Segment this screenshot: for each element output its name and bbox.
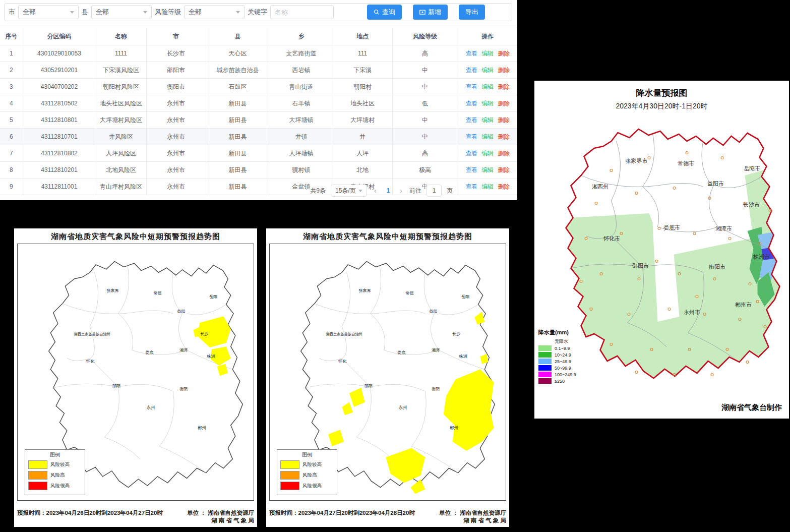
table-row: 443112810502地头社区风险区永州市新田县石羊镇地头社区低 查看编辑删除: [0, 95, 517, 112]
delete-link[interactable]: 删除: [498, 166, 510, 173]
edit-link[interactable]: 编辑: [481, 133, 494, 140]
view-link[interactable]: 查看: [465, 116, 477, 124]
view-link[interactable]: 查看: [465, 133, 477, 140]
search-icon: [374, 9, 380, 15]
col-risk: 风险等级: [392, 28, 458, 45]
table-row: 743112810802人坪风险区永州市新田县人坪塘镇人坪高 查看编辑删除: [0, 145, 517, 162]
edit-link[interactable]: 编辑: [481, 183, 494, 190]
risk-level-filter-label: 风险等级: [155, 8, 181, 17]
page-size-select[interactable]: 15条/页: [331, 185, 367, 197]
legend-swatch-lightblue: [538, 359, 552, 364]
svg-text:永州: 永州: [147, 405, 155, 410]
add-button[interactable]: 新增: [413, 5, 448, 20]
rain-map-subtitle: 2023年4月30日20时-1日20时: [534, 99, 789, 111]
chevron-down-icon: [358, 190, 362, 192]
delete-link[interactable]: 删除: [498, 100, 510, 107]
svg-text:郴州市: 郴州市: [735, 302, 752, 308]
edit-link[interactable]: 编辑: [481, 116, 494, 124]
legend-swatch-red: [28, 482, 47, 490]
add-button-label: 新增: [428, 8, 441, 17]
svg-text:邵阳: 邵阳: [364, 384, 373, 388]
view-link[interactable]: 查看: [465, 50, 477, 57]
city-select[interactable]: 全部: [18, 5, 79, 19]
pagination-total: 共9条: [310, 187, 326, 195]
view-link[interactable]: 查看: [465, 183, 477, 190]
delete-link[interactable]: 删除: [498, 116, 510, 124]
legend-swatch-orange: [280, 471, 299, 480]
svg-text:怀化市: 怀化市: [603, 235, 620, 242]
export-button-label: 导出: [465, 8, 478, 17]
rain-map-title: 降水量预报图: [534, 81, 789, 99]
svg-text:怀化: 怀化: [86, 359, 95, 364]
legend-swatch-none: [538, 339, 552, 344]
view-link[interactable]: 查看: [465, 100, 477, 107]
goto-label: 前往: [409, 187, 421, 195]
legend-swatch-blue: [538, 365, 552, 371]
svg-text:岳阳: 岳阳: [461, 294, 469, 299]
trend-map-frame: 张家界 常德 岳阳 湘西土家族苗族自治州 益阳 长沙 怀化 娄底 湘潭 株洲 邵…: [269, 244, 506, 501]
delete-link[interactable]: 删除: [498, 83, 510, 90]
svg-text:湘西土家族苗族自治州: 湘西土家族苗族自治州: [326, 332, 363, 336]
risk-area-table-panel: 市 全部 县 全部 风险等级 全部 关键字 查询 新增 导出: [0, 0, 517, 200]
trend-map-title: 湖南省地质灾害气象风险中短期预警预报趋势图: [14, 228, 257, 242]
svg-text:益阳: 益阳: [177, 309, 186, 314]
svg-text:郴州: 郴州: [450, 426, 458, 430]
col-no: 序号: [0, 28, 23, 45]
edit-link[interactable]: 编辑: [481, 150, 494, 157]
legend-swatch-orange: [28, 471, 47, 480]
svg-text:张家界: 张家界: [106, 288, 118, 293]
delete-link[interactable]: 删除: [498, 67, 510, 74]
trend-map-title: 湖南省地质灾害气象风险中短期预警预报趋势图: [266, 228, 509, 242]
svg-text:郴州: 郴州: [198, 426, 206, 430]
view-link[interactable]: 查看: [465, 67, 477, 74]
risk-level-select-value: 全部: [189, 8, 202, 17]
unit-block: 单位 ： 湖南省自然资源厅 湖 南 省 气 象 局: [439, 509, 506, 524]
edit-link[interactable]: 编辑: [481, 100, 494, 107]
view-link[interactable]: 查看: [465, 150, 477, 157]
svg-text:张家界市: 张家界市: [626, 158, 648, 164]
county-select[interactable]: 全部: [91, 5, 152, 19]
edit-link[interactable]: 编辑: [481, 83, 494, 90]
page-unit-label: 页: [447, 187, 453, 195]
delete-link[interactable]: 删除: [498, 50, 510, 57]
delete-link[interactable]: 删除: [498, 183, 510, 190]
svg-text:株洲市: 株洲市: [753, 254, 770, 260]
edit-link[interactable]: 编辑: [481, 50, 494, 57]
svg-text:衡阳: 衡阳: [432, 387, 440, 391]
unit-block: 单位 ： 湖南省自然资源厅 湖 南 省 气 象 局: [187, 509, 254, 524]
view-link[interactable]: 查看: [465, 166, 477, 173]
county-filter-label: 县: [82, 8, 88, 17]
city-filter-label: 市: [9, 8, 15, 17]
forecast-time: 预报时间：2023年04月27日20时到2023年04月28日20时: [269, 509, 415, 524]
risk-level-select[interactable]: 全部: [184, 5, 245, 19]
legend-swatch-magenta: [538, 372, 552, 377]
trend-map-footer: 预报时间：2023年04月27日20时到2023年04月28日20时 单位 ： …: [269, 509, 506, 524]
delete-link[interactable]: 删除: [498, 150, 510, 157]
current-page[interactable]: 1: [384, 187, 393, 194]
svg-text:娄底: 娄底: [145, 350, 154, 355]
keyword-input[interactable]: [270, 5, 334, 19]
prev-page-button[interactable]: ‹: [372, 187, 379, 195]
col-city: 市: [146, 28, 206, 45]
svg-text:邵阳市: 邵阳市: [632, 263, 649, 269]
export-button[interactable]: 导出: [459, 5, 485, 20]
edit-link[interactable]: 编辑: [481, 67, 494, 74]
view-link[interactable]: 查看: [465, 83, 477, 90]
svg-text:常德市: 常德市: [678, 160, 694, 166]
svg-text:湘潭市: 湘潭市: [715, 225, 732, 231]
svg-text:湘西土家族苗族自治州: 湘西土家族苗族自治州: [74, 332, 111, 336]
city-select-value: 全部: [23, 8, 36, 17]
search-button[interactable]: 查询: [367, 5, 402, 20]
next-page-button[interactable]: ›: [398, 187, 404, 195]
col-town: 乡: [270, 28, 333, 45]
risk-area-table: 序号 分区编码 名称 市 县 乡 地点 风险等级 操作 143010290100…: [0, 28, 517, 195]
edit-link[interactable]: 编辑: [481, 166, 494, 173]
delete-link[interactable]: 删除: [498, 133, 510, 140]
goto-page-input[interactable]: [427, 185, 442, 197]
col-code: 分区编码: [23, 28, 96, 45]
col-county: 县: [206, 28, 270, 45]
rain-map-credit: 湖南省气象台制作: [721, 403, 782, 412]
table-row: 343040700202朝阳村风险区衡阳市石鼓区青山街道朝阳村中 查看编辑删除: [0, 79, 517, 95]
rain-forecast-panel: 降水量预报图 2023年4月30日20时-1日20时: [534, 81, 789, 419]
svg-text:长沙市: 长沙市: [743, 202, 760, 208]
